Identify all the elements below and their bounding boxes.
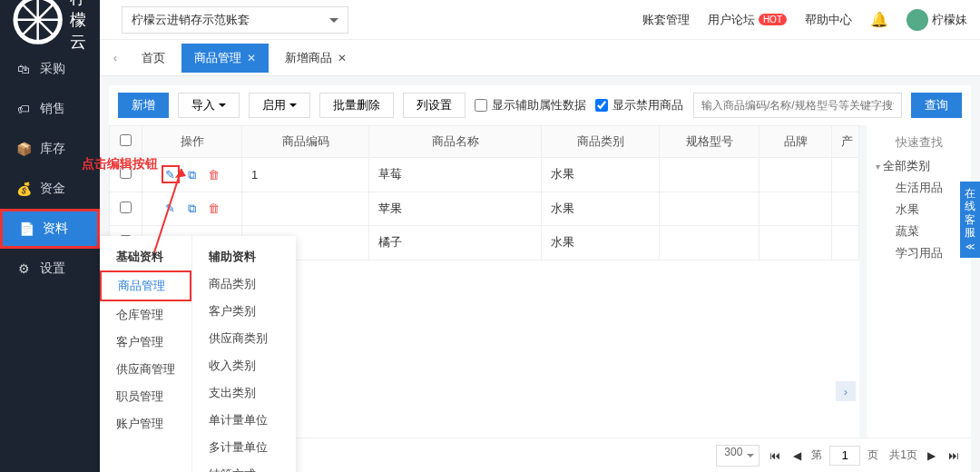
copy-icon[interactable]: ⧉ — [183, 166, 201, 184]
quick-find-title: 快速查找 — [876, 134, 962, 151]
quick-find-panel: 快速查找 全部类别 生活用品水果蔬菜学习用品 — [867, 125, 971, 438]
col-code: 商品编码 — [242, 126, 369, 158]
submenu-item[interactable]: 职员管理 — [100, 383, 191, 410]
bag-icon: 🛍 — [16, 62, 31, 76]
box-icon: 📦 — [16, 142, 31, 156]
bulk-delete-button[interactable]: 批量删除 — [319, 93, 394, 118]
submenu-item[interactable]: 商品类别 — [192, 270, 296, 298]
tab-product-mgmt[interactable]: 商品管理✕ — [181, 44, 269, 73]
coin-icon: 💰 — [16, 182, 31, 196]
submenu-item[interactable]: 商品管理 — [100, 270, 191, 301]
col-op: 操作 — [142, 126, 242, 158]
lemon-icon — [11, 0, 64, 47]
sidebar-item-funds[interactable]: 💰资金 — [0, 169, 100, 209]
prev-page-icon[interactable]: ◀ — [790, 449, 804, 462]
tab-add-product[interactable]: 新增商品✕ — [272, 44, 359, 73]
tab-prev-icon[interactable]: ‹ — [105, 44, 125, 72]
toolbar: 新增 导入 启用 批量删除 列设置 显示辅助属性数据 显示禁用商品 查询 — [109, 85, 971, 125]
delete-icon[interactable]: 🗑 — [205, 200, 223, 218]
bell-icon[interactable]: 🔔 — [870, 11, 888, 28]
submenu-item[interactable]: 结算方式 — [192, 461, 296, 472]
row-ops: ✎⧉🗑 — [142, 192, 242, 226]
user-menu[interactable]: 柠檬妹 — [906, 9, 967, 31]
account-set-select[interactable]: 柠檬云进销存示范账套 — [122, 6, 348, 34]
enable-button[interactable]: 启用 — [249, 93, 310, 118]
submenu-item[interactable]: 供应商类别 — [192, 325, 296, 352]
edit-icon[interactable]: ✎ — [162, 165, 180, 183]
close-icon[interactable]: ✕ — [338, 52, 347, 64]
page-size-select[interactable]: 300 — [716, 445, 760, 467]
link-help[interactable]: 帮助中心 — [805, 12, 852, 28]
sidebar: 柠檬云 🛍采购 🏷销售 📦库存 💰资金 📄资料 ⚙设置 — [0, 40, 100, 472]
search-input[interactable] — [693, 93, 902, 118]
category-root[interactable]: 全部类别 — [876, 158, 962, 174]
submenu-item[interactable]: 客户类别 — [192, 298, 296, 325]
category-item[interactable]: 水果 — [876, 202, 962, 218]
sidebar-item-sales[interactable]: 🏷销售 — [0, 89, 100, 129]
row-checkbox[interactable] — [110, 192, 142, 226]
show-disabled-checkbox[interactable]: 显示禁用商品 — [595, 97, 683, 113]
new-button[interactable]: 新增 — [118, 93, 169, 118]
tab-home[interactable]: 首页 — [129, 44, 178, 73]
submenu-item[interactable]: 支出类别 — [192, 379, 296, 407]
link-forum[interactable]: 用户论坛 HOT — [708, 12, 787, 28]
account-set-label: 柠檬云进销存示范账套 — [132, 12, 250, 28]
copy-icon[interactable]: ⧉ — [183, 200, 201, 218]
table-row: ✎⧉🗑苹果水果 — [110, 192, 859, 226]
chevron-left-icon: ≪ — [965, 241, 975, 251]
sidebar-item-data[interactable]: 📄资料 — [0, 209, 100, 249]
row-ops: ✎⧉🗑 — [142, 158, 242, 192]
col-name: 商品名称 — [369, 126, 542, 158]
cell-code: 1 — [242, 158, 369, 192]
table-row: ✎⧉🗑1草莓水果 — [110, 158, 859, 192]
submenu-item[interactable]: 单计量单位 — [192, 407, 296, 434]
last-page-icon[interactable]: ⏭ — [946, 449, 962, 462]
cell-cat: 水果 — [542, 192, 660, 226]
feedback-tab[interactable]: 在线客服≪ — [960, 182, 980, 258]
data-submenu: 基础资料 商品管理仓库管理客户管理供应商管理职员管理账户管理 辅助资料 商品类别… — [100, 236, 296, 472]
doc-icon: 📄 — [19, 221, 34, 236]
cell-code — [242, 192, 369, 226]
submenu-item[interactable]: 仓库管理 — [100, 301, 191, 329]
col-cat: 商品类别 — [542, 126, 660, 158]
col-brand: 品牌 — [760, 126, 832, 158]
col-origin: 产 — [832, 126, 859, 158]
scroll-right-icon[interactable]: › — [836, 381, 856, 401]
column-settings-button[interactable]: 列设置 — [403, 93, 466, 118]
tab-bar: ‹ 首页 商品管理✕ 新增商品✕ — [100, 40, 980, 76]
sidebar-item-inventory[interactable]: 📦库存 — [0, 129, 100, 169]
submenu-item[interactable]: 多计量单位 — [192, 434, 296, 461]
row-checkbox[interactable] — [110, 158, 142, 192]
chevron-down-icon — [289, 103, 297, 111]
category-item[interactable]: 蔬菜 — [876, 223, 962, 240]
show-aux-checkbox[interactable]: 显示辅助属性数据 — [475, 97, 586, 113]
submenu-item[interactable]: 客户管理 — [100, 329, 191, 356]
next-page-icon[interactable]: ▶ — [925, 449, 938, 462]
query-button[interactable]: 查询 — [911, 93, 962, 118]
select-all-header[interactable] — [110, 126, 142, 158]
category-item[interactable]: 生活用品 — [876, 180, 962, 196]
category-item[interactable]: 学习用品 — [876, 245, 962, 261]
sidebar-item-purchase[interactable]: 🛍采购 — [0, 49, 100, 89]
submenu-item[interactable]: 账户管理 — [100, 410, 191, 438]
cell-name: 草莓 — [369, 158, 542, 192]
avatar — [906, 9, 928, 31]
submenu-item[interactable]: 供应商管理 — [100, 356, 191, 383]
close-icon[interactable]: ✕ — [247, 52, 256, 64]
cell-name: 橘子 — [369, 226, 542, 261]
hot-badge: HOT — [759, 14, 787, 25]
cell-cat: 水果 — [542, 158, 660, 192]
cell-name: 苹果 — [369, 192, 542, 226]
delete-icon[interactable]: 🗑 — [205, 165, 223, 183]
first-page-icon[interactable]: ⏮ — [767, 449, 783, 462]
page-input[interactable] — [829, 446, 860, 466]
sidebar-item-settings[interactable]: ⚙设置 — [0, 249, 100, 289]
link-account-mgmt[interactable]: 账套管理 — [642, 12, 690, 28]
tag-icon: 🏷 — [16, 102, 31, 116]
logo[interactable]: 柠檬云 — [0, 0, 100, 40]
edit-icon[interactable]: ✎ — [162, 200, 180, 218]
import-button[interactable]: 导入 — [178, 93, 240, 118]
chevron-down-icon — [219, 103, 226, 111]
cell-cat: 水果 — [542, 226, 660, 261]
submenu-item[interactable]: 收入类别 — [192, 352, 296, 379]
